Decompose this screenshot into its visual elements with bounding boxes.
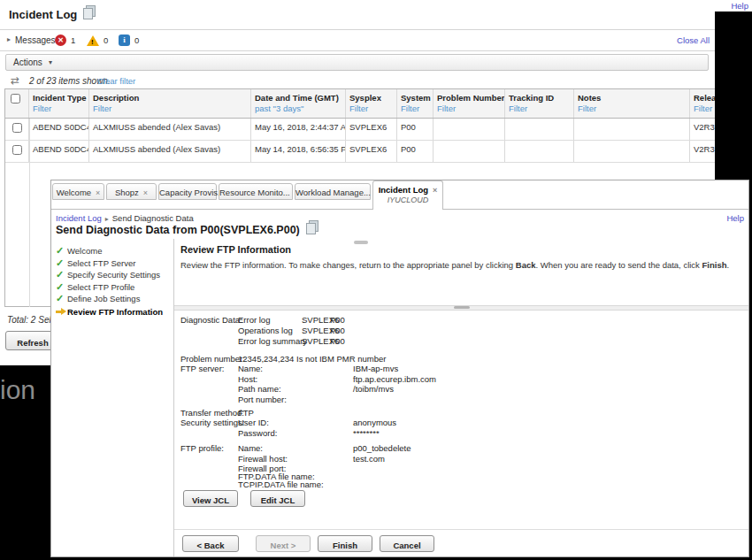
steps-panel-divider <box>173 239 174 556</box>
messages-label[interactable]: Messages <box>15 35 56 45</box>
breadcrumb: Incident Log▸Send Diagnostic Data <box>56 213 194 223</box>
back-button[interactable]: < Back <box>182 535 239 552</box>
breadcrumb-separator-icon: ▸ <box>105 215 109 223</box>
table-row: ABEND S0DC4 ALXMIUSS abended (Alex Savas… <box>5 119 715 141</box>
tab-welcome[interactable]: Welcome× <box>52 183 104 200</box>
problem-number-value: 12345,234,234 Is not IBM PMR number <box>238 354 386 364</box>
copy-icon[interactable] <box>306 223 316 234</box>
info-icon: i <box>119 35 130 46</box>
error-count: 1 <box>71 35 75 45</box>
filter-link[interactable]: Filter <box>33 104 88 113</box>
close-icon[interactable]: × <box>96 188 100 197</box>
current-step-arrow-icon <box>56 307 67 317</box>
tab-resource-monitoring[interactable]: Resource Monito...× <box>219 183 293 200</box>
ftp-server-label: FTP server: <box>180 364 224 373</box>
column-header-description[interactable]: Description Filter <box>89 89 251 118</box>
column-header-problem-number[interactable]: Problem Number Filter <box>434 89 505 118</box>
help-link[interactable]: Help <box>726 213 744 223</box>
panel-splitter-handle[interactable] <box>354 241 368 244</box>
next-button: Next > <box>256 535 311 552</box>
breadcrumb-current: Send Diagnostic Data <box>112 213 194 223</box>
tab-capacity-provisioning[interactable]: Capacity Provis...× <box>158 183 217 200</box>
column-header-notes[interactable]: Notes Filter <box>574 89 690 118</box>
filter-link[interactable]: Filter <box>93 104 250 113</box>
tab-shopz[interactable]: Shopz× <box>106 183 157 200</box>
copy-icon[interactable] <box>83 8 93 19</box>
warning-count: 0 <box>104 35 108 45</box>
row-checkbox[interactable] <box>12 145 22 155</box>
incident-type-link[interactable]: ABEND S0DC4 <box>29 119 89 140</box>
check-icon: ✓ <box>56 293 67 304</box>
cancel-button[interactable]: Cancel <box>380 535 434 552</box>
review-heading: Review FTP Information <box>180 244 291 255</box>
desktop-background-text: ion <box>0 375 35 405</box>
splitter-handle[interactable] <box>454 306 470 309</box>
messages-bar: ▸ Messages ✕ 1 ! 0 i 0 Close All <box>0 29 715 51</box>
view-jcl-button[interactable]: View JCL <box>183 490 238 507</box>
step-select-ftp-server[interactable]: ✓ Select FTP Server <box>56 258 171 268</box>
problem-number-label: Problem number: <box>180 354 245 364</box>
step-define-job-settings[interactable]: ✓ Define Job Settings <box>56 294 171 303</box>
close-icon[interactable]: × <box>433 186 437 195</box>
expand-messages-icon[interactable]: ▸ <box>7 35 11 43</box>
filter-link[interactable]: past "3 days" <box>255 104 345 113</box>
ftp-profile-label: FTP profile: <box>180 443 224 453</box>
incident-type-link[interactable]: ABEND S0DC4 <box>29 141 89 162</box>
column-header-sysplex[interactable]: Sysplex Filter <box>346 89 397 118</box>
transfer-method-label: Transfer method: <box>180 408 244 418</box>
transfer-method-value: FTP <box>238 408 254 418</box>
select-all-checkbox[interactable] <box>11 94 20 104</box>
column-header-date-time[interactable]: Date and Time (GMT) past "3 days" <box>251 89 346 118</box>
column-header-release[interactable]: Release Filter <box>690 89 715 118</box>
check-icon: ✓ <box>56 281 67 293</box>
row-checkbox[interactable] <box>12 123 22 133</box>
check-icon: ✓ <box>56 269 67 280</box>
filter-link[interactable]: Filter <box>694 104 715 113</box>
column-header-system[interactable]: System Filter <box>397 89 434 118</box>
table-header-row: Incident Type Filter Description Filter … <box>5 89 715 119</box>
filter-link[interactable]: Filter <box>401 104 433 113</box>
finish-button[interactable]: Finish <box>318 535 372 552</box>
close-all-link[interactable]: Close All <box>677 35 710 45</box>
clear-filter-link[interactable]: Clear filter <box>97 76 135 86</box>
table-row: ABEND S0DC4 ALXMIUSS abended (Alex Savas… <box>5 141 715 163</box>
filter-link[interactable]: Filter <box>437 104 504 113</box>
footer-divider <box>174 529 748 530</box>
chevron-down-icon: ▾ <box>49 58 52 66</box>
column-header-tracking-id[interactable]: Tracking ID Filter <box>505 89 574 118</box>
breadcrumb-incident-log-link[interactable]: Incident Log <box>56 213 102 223</box>
help-strip: Help <box>712 0 752 12</box>
select-all-cell <box>5 89 29 118</box>
help-link[interactable]: Help <box>731 1 748 11</box>
actions-menu-button[interactable]: Actions ▾ <box>5 54 709 71</box>
filter-link[interactable]: Filter <box>349 104 396 113</box>
close-icon[interactable]: × <box>143 188 148 197</box>
filter-applied-icon: ⇄ <box>11 74 19 87</box>
wizard-steps: ✓ Welcome ✓ Select FTP Server ✓ Specify … <box>56 246 171 319</box>
diagnostic-data-label: Diagnostic Data: <box>180 315 242 325</box>
filter-link[interactable]: Filter <box>509 104 573 113</box>
zosmf-workspace-window: Welcome× Shopz× Capacity Provis...× Reso… <box>50 180 749 557</box>
review-instructions: Review the FTP information. To make chan… <box>180 260 747 270</box>
page-title: Incident Log <box>9 8 93 21</box>
desktop: { "icons": { "close": "×", "twisty": "▸"… <box>0 0 752 560</box>
check-icon: ✓ <box>56 257 67 269</box>
wizard-page-title: Send Diagnostic Data from P00(SVPLEX6.P0… <box>56 223 316 236</box>
tab-workload-management[interactable]: Workload Manage...× <box>295 183 371 200</box>
tab-incident-log-active[interactable]: Incident Log× IYUCLOUD <box>372 180 443 210</box>
tab-sublabel: IYUCLOUD <box>373 196 442 204</box>
actions-label: Actions <box>13 58 42 67</box>
check-icon: ✓ <box>56 245 67 257</box>
title-text: Incident Log <box>9 8 77 21</box>
error-icon: ✕ <box>55 35 66 46</box>
filter-link[interactable]: Filter <box>578 104 689 113</box>
security-settings-label: Security settings: <box>180 418 244 427</box>
step-specify-security-settings[interactable]: ✓ Specify Security Settings <box>56 270 171 280</box>
step-review-ftp-information[interactable]: Review FTP Information <box>56 307 171 317</box>
info-count: 0 <box>134 35 139 45</box>
column-header-incident-type[interactable]: Incident Type Filter <box>29 89 89 118</box>
step-welcome[interactable]: ✓ Welcome <box>56 246 171 256</box>
column-divider <box>29 119 30 307</box>
edit-jcl-button[interactable]: Edit JCL <box>250 490 305 507</box>
step-select-ftp-profile[interactable]: ✓ Select FTP Profile <box>56 282 171 292</box>
